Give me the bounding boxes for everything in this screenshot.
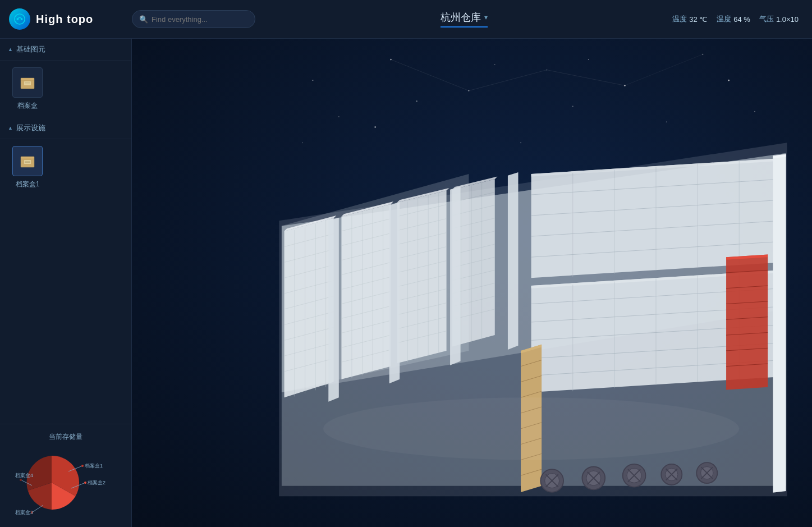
- chart-title: 当前存储量: [8, 432, 123, 442]
- top-bar: High topo 🔍 杭州仓库 ▾ 温度 32 ℃ 温度 64 % 气压 1.…: [0, 0, 812, 39]
- svg-line-19: [32, 505, 43, 512]
- svg-point-2: [21, 18, 23, 20]
- pie-chart-svg: 档案盒1 档案盒2 档案盒3 档案盒4: [15, 446, 116, 519]
- archive-box-label: 档案盒: [17, 101, 38, 111]
- temperature-value: 32 ℃: [689, 15, 708, 24]
- humidity-status: 温度 64 %: [717, 14, 750, 24]
- display-items-grid: 档案盒1: [0, 139, 131, 196]
- sidebar-item-archive-box-1[interactable]: 档案盒1: [8, 146, 47, 189]
- search-bar[interactable]: 🔍: [132, 10, 255, 28]
- warehouse-name-text: 杭州仓库: [441, 11, 481, 24]
- sidebar-item-archive-box[interactable]: 档案盒: [8, 67, 47, 111]
- svg-text:档案盒3: 档案盒3: [15, 510, 33, 515]
- temperature-label: 温度: [672, 14, 687, 24]
- svg-rect-4: [21, 78, 34, 80]
- svg-marker-51: [285, 218, 334, 398]
- section-label-display: 展示设施: [16, 123, 45, 133]
- center-title-area: 杭州仓库 ▾: [255, 11, 672, 28]
- svg-text:档案盒4: 档案盒4: [15, 473, 33, 478]
- svg-marker-66: [341, 204, 391, 379]
- viewport[interactable]: [132, 39, 812, 527]
- svg-marker-113: [328, 218, 339, 402]
- section-label-basic: 基础图元: [16, 44, 45, 54]
- logo-area: High topo: [0, 0, 132, 39]
- main-content: ▲ 基础图元 档案盒: [0, 39, 812, 527]
- svg-point-0: [15, 14, 25, 24]
- search-input[interactable]: [152, 15, 236, 24]
- chart-area: 当前存储量 档案盒1: [0, 424, 131, 527]
- svg-point-181: [323, 397, 739, 460]
- pressure-label: 气压: [759, 14, 774, 24]
- archive-box-1-label: 档案盒1: [16, 180, 40, 189]
- sidebar: ▲ 基础图元 档案盒: [0, 39, 132, 527]
- svg-text:档案盒2: 档案盒2: [87, 480, 105, 485]
- svg-rect-5: [24, 81, 31, 85]
- humidity-value: 64 %: [733, 15, 750, 24]
- pressure-status: 气压 1.0×10: [759, 14, 799, 24]
- search-icon: 🔍: [139, 15, 148, 24]
- svg-point-1: [17, 18, 19, 20]
- pressure-value: 1.0×10: [776, 15, 799, 24]
- temperature-status: 温度 32 ℃: [672, 14, 708, 24]
- svg-marker-179: [773, 154, 786, 493]
- svg-point-23: [20, 479, 22, 481]
- svg-marker-115: [450, 186, 461, 365]
- basic-items-grid: 档案盒: [0, 61, 131, 117]
- archive-box-1-icon-container: [12, 146, 43, 176]
- status-area: 温度 32 ℃ 温度 64 % 气压 1.0×10: [672, 14, 812, 24]
- pie-chart: 档案盒1 档案盒2 档案盒3 档案盒4: [15, 446, 116, 519]
- svg-marker-116: [508, 172, 519, 350]
- svg-text:档案盒1: 档案盒1: [84, 463, 103, 469]
- warehouse-3d-scene: [132, 39, 812, 527]
- archive-box-icon: [17, 72, 38, 93]
- section-header-basic[interactable]: ▲ 基础图元: [0, 39, 131, 61]
- svg-point-17: [84, 482, 86, 484]
- svg-marker-82: [397, 191, 447, 364]
- svg-rect-9: [21, 157, 34, 159]
- svg-marker-114: [389, 202, 400, 383]
- svg-rect-10: [24, 160, 31, 164]
- section-header-display[interactable]: ▲ 展示设施: [0, 117, 131, 139]
- logo-text: High topo: [36, 13, 93, 26]
- svg-marker-150: [726, 255, 768, 390]
- logo-icon: [9, 8, 30, 30]
- warehouse-title[interactable]: 杭州仓库 ▾: [441, 11, 488, 28]
- svg-point-14: [81, 465, 84, 467]
- archive-box-icon-container: [12, 67, 43, 98]
- archive-box-1-icon: [17, 150, 38, 172]
- section-collapse-icon-2: ▲: [8, 125, 13, 131]
- humidity-label: 温度: [717, 14, 731, 24]
- section-collapse-icon: ▲: [8, 47, 13, 52]
- warehouse-dropdown-icon[interactable]: ▾: [484, 13, 488, 21]
